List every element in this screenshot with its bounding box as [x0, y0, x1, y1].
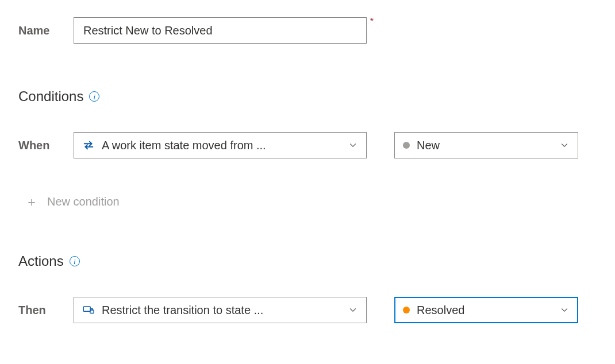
condition-type-text: A work item state moved from ...: [102, 139, 341, 152]
condition-state-dropdown[interactable]: New: [394, 132, 578, 158]
condition-row: When A work item state moved from ... Ne…: [18, 132, 597, 158]
action-state-text: Resolved: [417, 304, 552, 317]
add-condition-label: New condition: [47, 195, 120, 208]
action-type-dropdown[interactable]: Restrict the transition to state ...: [74, 297, 367, 323]
add-condition-button[interactable]: ＋ New condition: [18, 195, 120, 208]
conditions-title: Conditions: [18, 88, 83, 104]
info-icon[interactable]: i: [70, 256, 80, 266]
chevron-down-icon: [348, 305, 358, 315]
info-icon[interactable]: i: [89, 91, 99, 102]
name-label: Name: [18, 24, 74, 37]
conditions-heading: Conditions i: [18, 88, 597, 104]
chevron-down-icon: [559, 140, 570, 150]
when-label: When: [18, 139, 74, 152]
chevron-down-icon: [559, 305, 570, 315]
action-type-text: Restrict the transition to state ...: [102, 304, 341, 317]
required-indicator: *: [370, 17, 374, 26]
condition-type-dropdown[interactable]: A work item state moved from ...: [74, 132, 367, 158]
condition-state-text: New: [417, 139, 552, 152]
state-move-icon: [82, 139, 95, 152]
action-row: Then Restrict the transition to state ..…: [18, 297, 597, 323]
svg-rect-0: [83, 307, 90, 311]
then-label: Then: [18, 304, 74, 317]
plus-icon: ＋: [25, 196, 38, 208]
restrict-icon: [82, 304, 95, 316]
actions-title: Actions: [18, 253, 64, 269]
name-input[interactable]: [74, 17, 367, 44]
action-state-dropdown[interactable]: Resolved: [394, 297, 578, 323]
state-dot-icon: [403, 142, 410, 149]
name-row: Name *: [18, 17, 597, 44]
state-dot-icon: [403, 307, 410, 313]
name-input-wrap: *: [74, 17, 367, 44]
chevron-down-icon: [348, 140, 358, 150]
actions-heading: Actions i: [18, 253, 597, 269]
